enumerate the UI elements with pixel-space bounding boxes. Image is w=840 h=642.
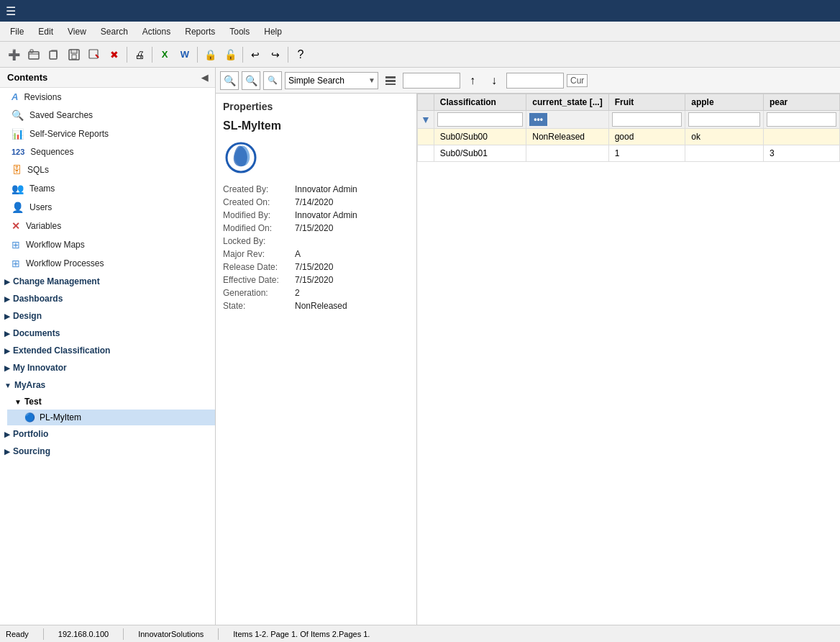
cell-classification: Sub0/Sub01	[434, 145, 526, 162]
search-text-field[interactable]	[506, 73, 564, 89]
sidebar-item-workflow-processes[interactable]: ⊞ Workflow Processes	[0, 254, 215, 273]
sidebar-subgroup-test[interactable]: ▼ Test	[7, 394, 215, 410]
search-type-select[interactable]: Simple Search Advanced Search	[285, 72, 378, 89]
save-button[interactable]	[65, 45, 83, 64]
hamburger-icon[interactable]: ☰	[6, 4, 16, 18]
svg-rect-9	[385, 83, 396, 85]
sidebar-item-teams[interactable]: 👥 Teams	[0, 179, 215, 198]
col-classification[interactable]: Classification	[434, 94, 526, 111]
unlock-button[interactable]: 🔓	[221, 45, 239, 64]
page-number-input[interactable]	[403, 73, 460, 89]
sidebar-group-myaras[interactable]: ▼ MyAras	[0, 376, 215, 394]
sort-desc-button[interactable]: ↓	[485, 71, 503, 90]
lock-button[interactable]: 🔒	[201, 45, 219, 64]
sidebar-group-label: Change Management	[13, 276, 100, 286]
menu-reports[interactable]: Reports	[178, 24, 222, 40]
menu-bar: File Edit View Search Actions Reports To…	[0, 22, 840, 42]
search-advanced-button[interactable]: 🔍	[263, 71, 282, 90]
filter-state-cell: •••	[526, 111, 608, 129]
dashboards-arrow: ▶	[4, 295, 10, 303]
excel-button[interactable]: X	[155, 45, 174, 64]
table-row[interactable]: Sub0/Sub01 1 3	[418, 145, 840, 162]
col-apple[interactable]: apple	[685, 94, 764, 111]
sidebar-collapse-button[interactable]: ◀	[201, 73, 208, 83]
search-type-wrap: Simple Search Advanced Search ▼	[285, 72, 378, 89]
menu-help[interactable]: Help	[257, 24, 289, 40]
sidebar-leaf-pl-myitem[interactable]: 🔵 PL-MyItem	[7, 410, 215, 425]
sidebar-item-sqls[interactable]: 🗄 SQLs	[0, 160, 215, 179]
undo-button[interactable]: ↩	[246, 45, 265, 64]
field-label: Modified On:	[223, 223, 295, 233]
col-pear[interactable]: pear	[763, 94, 839, 111]
sidebar-group-change-management[interactable]: ▶ Change Management	[0, 273, 215, 290]
filter-arrow[interactable]: ▼	[421, 114, 431, 125]
open-button[interactable]	[24, 45, 43, 64]
sidebar-item-workflow-maps[interactable]: ⊞ Workflow Maps	[0, 235, 215, 254]
status-text: Ready	[6, 630, 29, 638]
filter-select-cell: ▼	[418, 111, 434, 129]
cell-apple	[685, 145, 764, 162]
word-button[interactable]: W	[175, 45, 194, 64]
users-icon: 👤	[12, 202, 24, 213]
sidebar-group-extended-classification[interactable]: ▶ Extended Classification	[0, 342, 215, 359]
sidebar-group-documents[interactable]: ▶ Documents	[0, 325, 215, 342]
sidebar-group-dashboards[interactable]: ▶ Dashboards	[0, 290, 215, 307]
sidebar-header: Contents ◀	[0, 68, 215, 88]
sourcing-arrow: ▶	[4, 448, 10, 456]
menu-file[interactable]: File	[3, 24, 31, 40]
grid-view-button[interactable]	[381, 71, 400, 90]
extended-classification-arrow: ▶	[4, 347, 10, 355]
grid-header: Classification current_state [...] Fruit…	[418, 94, 840, 111]
sidebar-item-revisions[interactable]: A Revisions	[0, 88, 215, 106]
sidebar-scroll: A Revisions 🔍 Saved Searches 📊 Self-Serv…	[0, 88, 215, 625]
field-value: 7/15/2020	[295, 275, 333, 285]
grid-body: ▼ ••• Sub0/	[418, 111, 840, 162]
cell-state: NonReleased	[526, 129, 608, 145]
item-name: SL-MyItem	[223, 119, 409, 132]
three-dot-button[interactable]: •••	[529, 113, 547, 126]
cell-fruit: 1	[608, 145, 685, 162]
field-value: Innovator Admin	[295, 184, 357, 194]
menu-view[interactable]: View	[60, 24, 93, 40]
field-label: State:	[223, 301, 295, 311]
field-created-on: Created On: 7/14/2020	[223, 197, 409, 207]
filter-apple-input[interactable]	[688, 112, 760, 127]
col-current-state[interactable]: current_state [...]	[526, 94, 608, 111]
svg-rect-0	[29, 52, 39, 59]
redo-button[interactable]: ↪	[266, 45, 285, 64]
my-innovator-arrow: ▶	[4, 364, 10, 372]
table-row[interactable]: Sub0/Sub00 NonReleased good ok	[418, 129, 840, 145]
search-button[interactable]: 🔍	[220, 71, 239, 90]
filter-classification-input[interactable]	[437, 112, 523, 127]
print-button[interactable]: 🖨	[130, 45, 149, 64]
search-clear-button[interactable]: 🔍	[242, 71, 260, 90]
filter-fruit-input[interactable]	[612, 112, 682, 127]
sort-asc-button[interactable]: ↑	[463, 71, 482, 90]
sidebar-group-my-innovator[interactable]: ▶ My Innovator	[0, 359, 215, 376]
col-fruit[interactable]: Fruit	[608, 94, 685, 111]
menu-edit[interactable]: Edit	[31, 24, 60, 40]
sidebar-item-users[interactable]: 👤 Users	[0, 198, 215, 217]
menu-search[interactable]: Search	[93, 24, 135, 40]
new-button[interactable]: ➕	[4, 45, 23, 64]
menu-tools[interactable]: Tools	[222, 24, 257, 40]
save-unlock-button[interactable]	[85, 45, 104, 64]
filter-pear-input[interactable]	[767, 112, 836, 127]
sidebar-item-sequences[interactable]: 123 Sequences	[0, 143, 215, 160]
saved-searches-icon: 🔍	[12, 109, 24, 121]
status-bar: Ready 192.168.0.100 InnovatorSolutions I…	[0, 625, 840, 642]
toolbar-sep-3	[197, 47, 198, 63]
delete-button[interactable]: ✖	[105, 45, 124, 64]
sidebar-group-portfolio[interactable]: ▶ Portfolio	[0, 425, 215, 443]
sidebar-item-self-service-reports[interactable]: 📊 Self-Service Reports	[0, 125, 215, 143]
help-button[interactable]: ?	[291, 45, 310, 64]
svg-rect-8	[385, 80, 396, 82]
sidebar-group-sourcing[interactable]: ▶ Sourcing	[0, 443, 215, 460]
field-label: Generation:	[223, 288, 295, 298]
sidebar-group-design[interactable]: ▶ Design	[0, 307, 215, 325]
sidebar-item-saved-searches[interactable]: 🔍 Saved Searches	[0, 106, 215, 125]
sidebar-item-label: Workflow Processes	[26, 258, 104, 268]
menu-actions[interactable]: Actions	[135, 24, 178, 40]
sidebar-item-variables[interactable]: ✕ Variables	[0, 217, 215, 235]
new-tab-button[interactable]	[45, 45, 63, 64]
